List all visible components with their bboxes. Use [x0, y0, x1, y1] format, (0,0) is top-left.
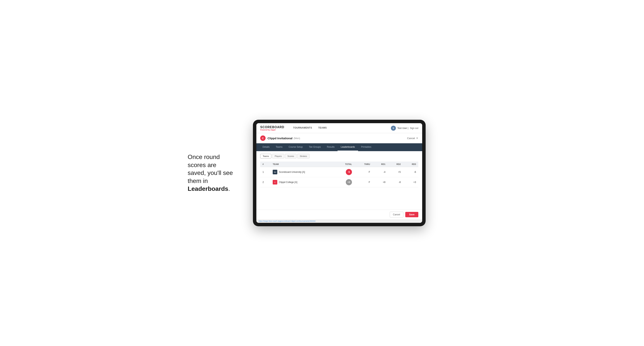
nav-items: TOURNAMENTS TEAMS	[290, 123, 391, 133]
tab-tee-groups[interactable]: Tee Groups	[306, 143, 324, 151]
footer-cancel-button[interactable]: Cancel	[390, 212, 403, 217]
tablet-screen: SCOREBOARD Powered by clippd TOURNAMENTS…	[256, 123, 422, 223]
col-thru: THRU	[354, 162, 372, 167]
user-name: Test User |	[398, 127, 408, 130]
col-rank: #	[260, 162, 270, 167]
cell-rank: 1	[260, 167, 270, 177]
app-logo: SCOREBOARD	[260, 126, 284, 129]
tournament-title: Clippd Invitational	[268, 137, 292, 140]
cell-thru: F	[354, 177, 372, 187]
cell-rd3: +3	[403, 177, 418, 187]
cell-rd1: +8	[372, 177, 388, 187]
cell-team: C Clippd College [A]	[270, 177, 334, 187]
tablet-device: SCOREBOARD Powered by clippd TOURNAMENTS…	[253, 120, 426, 226]
tab-printables[interactable]: Printables	[358, 143, 374, 151]
footer-save-button[interactable]: Save	[405, 212, 418, 217]
sign-out-link[interactable]: Sign out	[410, 127, 418, 130]
user-avatar: S	[391, 126, 396, 131]
url-bar: https://stage-blue-coach.stagescoreboard…	[256, 219, 422, 223]
cell-rank: 2	[260, 177, 270, 187]
score-badge: +3	[346, 179, 352, 185]
tab-leaderboards[interactable]: Leaderboards	[338, 143, 358, 151]
table-row: 1 SU Scoreboard University [A] -5 F -4 +…	[260, 167, 418, 177]
col-team: TEAM	[270, 162, 334, 167]
filter-bar: Teams Players Scores Strokes	[260, 154, 418, 159]
tab-results[interactable]: Results	[324, 143, 338, 151]
tournament-header: C Clippd Invitational (Men) Cancel ✕	[256, 133, 422, 143]
table-header-row: # TEAM TOTAL THRU	[260, 162, 418, 167]
cell-rd1: -4	[372, 167, 388, 177]
col-rd2: RD2	[388, 162, 403, 167]
team-name: Scoreboard University [A]	[279, 171, 305, 173]
tab-details[interactable]: Details	[260, 143, 273, 151]
close-icon: ✕	[416, 137, 418, 140]
filter-strokes-button[interactable]: Strokes	[297, 154, 309, 159]
top-nav: SCOREBOARD Powered by clippd TOURNAMENTS…	[256, 123, 422, 133]
tab-course-setup[interactable]: Course Setup	[286, 143, 306, 151]
filter-teams-button[interactable]: Teams	[260, 154, 271, 159]
tab-teams[interactable]: Teams	[273, 143, 286, 151]
cell-team: SU Scoreboard University [A]	[270, 167, 334, 177]
app-container: SCOREBOARD Powered by clippd TOURNAMENTS…	[256, 123, 422, 223]
leaderboard-table: # TEAM TOTAL THRU	[260, 162, 418, 187]
nav-item-tournaments[interactable]: TOURNAMENTS	[290, 123, 315, 133]
tournament-icon: C	[260, 136, 266, 141]
app-footer: Cancel Save	[256, 210, 422, 219]
nav-item-teams[interactable]: TEAMS	[315, 123, 330, 133]
team-logo: C	[273, 180, 277, 184]
cell-total: +3	[334, 177, 354, 187]
tab-navigation: Details Teams Course Setup Tee Groups Re…	[256, 143, 422, 151]
col-rd1: RD1	[372, 162, 388, 167]
logo-area: SCOREBOARD Powered by clippd	[260, 126, 284, 131]
cell-rd3: -6	[403, 167, 418, 177]
team-logo: SU	[273, 170, 277, 174]
col-rd3: RD3	[403, 162, 418, 167]
col-total: TOTAL	[334, 162, 354, 167]
cell-rd2: -8	[388, 177, 403, 187]
cell-total: -5	[334, 167, 354, 177]
header-cancel-button[interactable]: Cancel ✕	[407, 137, 418, 140]
nav-right: S Test User | Sign out	[391, 126, 418, 131]
score-badge: -5	[346, 169, 352, 175]
tournament-subtitle: (Men)	[294, 137, 300, 140]
cell-rd2: +5	[388, 167, 403, 177]
filter-scores-button[interactable]: Scores	[285, 154, 296, 159]
logo-subtitle: Powered by clippd	[260, 129, 284, 131]
filter-players-button[interactable]: Players	[272, 154, 284, 159]
team-name: Clippd College [A]	[279, 181, 297, 183]
table-row: 2 C Clippd College [A] +3 F +8 -8 +3	[260, 177, 418, 187]
sidebar-description: Once round scores are saved, you'll see …	[188, 153, 242, 193]
cell-thru: F	[354, 167, 372, 177]
content-area: Teams Players Scores Strokes	[256, 151, 422, 210]
